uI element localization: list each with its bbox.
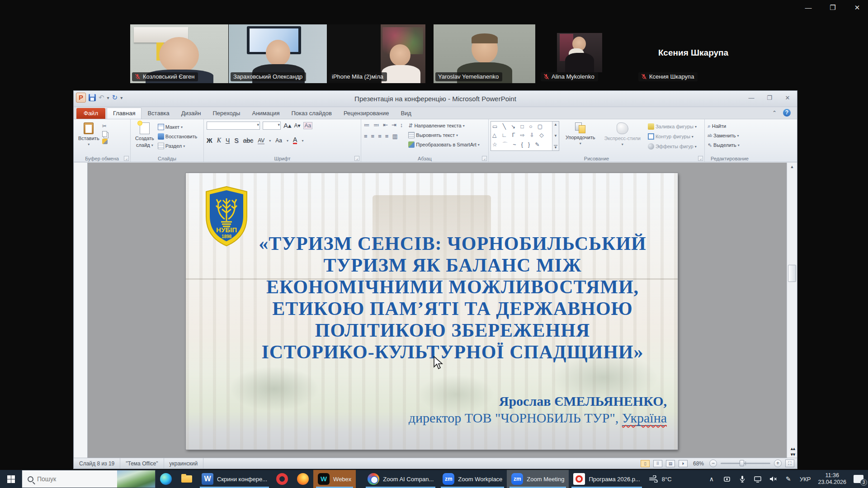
font-size-select[interactable] — [263, 122, 281, 130]
character-spacing-button[interactable]: AV — [258, 137, 264, 144]
microphone-icon[interactable] — [738, 475, 746, 483]
align-center-icon[interactable]: ≡ — [371, 133, 375, 140]
slide-title-textbox[interactable]: «ТУРИЗМ СЕНСІВ: ЧОРНОБИЛЬСЬКИЙ ТУРИЗМ ЯК… — [240, 233, 665, 363]
shrink-font-button[interactable]: A▾ — [294, 122, 301, 129]
tab-insert[interactable]: Вставка — [142, 108, 175, 119]
columns-icon[interactable]: ▥ — [392, 133, 397, 140]
section-button[interactable]: Раздел▾ — [157, 142, 198, 150]
participant-tile[interactable]: Козловський Євген — [130, 24, 228, 83]
tab-animations[interactable]: Анимация — [246, 108, 285, 119]
strikethrough-button[interactable]: abc — [243, 137, 254, 144]
copy-icon[interactable] — [102, 131, 107, 137]
new-slide-button[interactable]: Создать слайд▾ — [132, 121, 157, 152]
underline-button[interactable]: Ч — [226, 137, 230, 144]
minimize-icon[interactable]: — — [745, 94, 757, 103]
dialog-launcher-icon[interactable]: ⌟ — [482, 156, 487, 161]
align-left-icon[interactable]: ≡ — [364, 133, 368, 140]
select-button[interactable]: ⇖Выделить▾ — [707, 141, 753, 149]
layout-button[interactable]: Макет▾ — [157, 123, 198, 131]
normal-view-button[interactable]: ▯ — [641, 460, 650, 467]
text-shadow-button[interactable]: S — [234, 137, 238, 144]
search-input[interactable] — [37, 475, 105, 483]
taskbar-zoom-meeting[interactable]: zm Zoom Meeting — [507, 470, 569, 488]
shapes-gallery[interactable]: ▭ ╲ ↘ □ ○ ▢ △ ∟ Г ⇨ ⇩ ◇ ☆ ⌒ ~ { } ✎ ▲ ▼ … — [491, 121, 559, 151]
taskbar-opera[interactable] — [272, 470, 292, 488]
format-painter-icon[interactable] — [102, 139, 108, 144]
numbering-icon[interactable]: ≕ — [373, 122, 379, 128]
slides-pane-collapsed[interactable] — [74, 163, 88, 458]
change-case-button[interactable]: Aa — [275, 137, 282, 144]
close-icon[interactable]: ✕ — [851, 4, 863, 12]
participant-tile-active-speaker[interactable]: Yaroslav Yemelianenko — [434, 24, 535, 83]
screen-record-icon[interactable] — [723, 475, 731, 483]
replace-button[interactable]: abЗаменить▾ — [707, 132, 753, 139]
help-icon[interactable]: ? — [783, 109, 791, 117]
start-button[interactable] — [0, 470, 22, 488]
zoom-level[interactable]: 68% — [693, 460, 704, 467]
tab-file[interactable]: Файл — [76, 108, 105, 119]
theme-indicator[interactable]: "Тема Office" — [120, 458, 164, 469]
dialog-launcher-icon[interactable]: ⌟ — [698, 156, 703, 161]
italic-button[interactable]: К — [217, 137, 221, 144]
participant-tile[interactable] — [557, 33, 602, 72]
minimize-icon[interactable]: — — [802, 4, 815, 12]
taskbar-pdf-document[interactable]: Програма 2026.р... — [569, 470, 644, 488]
zoom-out-button[interactable]: − — [709, 460, 717, 467]
dialog-launcher-icon[interactable]: ⌟ — [124, 156, 129, 161]
outdent-icon[interactable]: ⇤ — [383, 122, 388, 128]
gallery-down-icon[interactable]: ▼ — [554, 134, 557, 138]
find-button[interactable]: ⌕Найти — [707, 122, 753, 130]
slide-canvas[interactable]: НУБІП 1898 «ТУРИЗМ СЕНСІВ: ЧОРНОБИЛЬСЬКИ… — [186, 173, 678, 450]
tab-design[interactable]: Дизайн — [175, 108, 207, 119]
taskbar-zoom-workplace[interactable]: zm Zoom Workplace — [438, 470, 507, 488]
shape-outline-button[interactable]: Контур фигуры▾ — [647, 133, 698, 140]
shape-fill-button[interactable]: Заливка фигуры▾ — [647, 123, 698, 130]
taskbar-zoom-ai-companion[interactable]: Zoom AI Compan... — [363, 470, 438, 488]
close-icon[interactable]: ✕ — [782, 94, 793, 103]
search-highlight-image[interactable] — [117, 470, 155, 488]
quick-styles-button[interactable]: Экспресс-стили ▾ — [601, 121, 643, 152]
cut-icon[interactable]: ✂ — [102, 123, 108, 129]
slideshow-button[interactable]: ⏵ — [679, 460, 688, 467]
weather-widget[interactable]: 8°C — [645, 470, 676, 488]
tab-transitions[interactable]: Переходы — [207, 108, 246, 119]
zoom-in-button[interactable]: + — [774, 460, 782, 467]
fit-to-window-button[interactable]: ⛶ — [785, 460, 794, 467]
bullets-icon[interactable]: ≔ — [364, 122, 370, 128]
taskbar-file-explorer[interactable] — [176, 470, 197, 488]
language-indicator[interactable]: украинский — [164, 458, 204, 469]
pen-icon[interactable]: ✎ — [784, 475, 793, 483]
reading-view-button[interactable]: ▤ — [666, 460, 675, 467]
participant-tile[interactable]: Зараховський Олександр — [229, 24, 327, 83]
previous-slide-button[interactable]: ▲▲ — [790, 448, 794, 450]
line-spacing-icon[interactable]: ↕ — [400, 122, 403, 128]
text-direction-button[interactable]: ⇵Направление текста▾ — [407, 122, 480, 129]
search-box[interactable] — [22, 470, 156, 488]
hidden-icons-chevron[interactable]: ∧ — [708, 475, 716, 483]
convert-smartart-button[interactable]: Преобразовать в SmartArt▾ — [407, 141, 480, 148]
next-slide-button[interactable]: ▼▼ — [790, 454, 794, 456]
shape-effects-button[interactable]: Эффекты фигур▾ — [647, 143, 698, 150]
restore-icon[interactable]: ❐ — [764, 94, 775, 103]
clock[interactable]: 11:36 23.04.2026 — [818, 472, 846, 486]
slide-sorter-button[interactable]: ⠿ — [653, 460, 662, 467]
font-name-select[interactable] — [207, 122, 260, 130]
zoom-slider-thumb[interactable] — [740, 460, 744, 466]
align-justify-icon[interactable]: ≡ — [385, 133, 389, 140]
arrange-button[interactable]: Упорядочить ▾ — [563, 121, 598, 152]
reset-button[interactable]: Восстановить — [157, 133, 198, 140]
collapse-ribbon-icon[interactable]: ⌃ — [772, 110, 777, 116]
grow-font-button[interactable]: A▴ — [283, 122, 292, 130]
align-text-button[interactable]: Выровнять текст▾ — [407, 131, 480, 139]
display-network-icon[interactable] — [754, 475, 762, 483]
participant-tile[interactable]: iPhone Mila (2)міла — [327, 24, 425, 83]
font-color-button[interactable]: А — [293, 137, 297, 144]
tab-review[interactable]: Рецензирование — [338, 108, 395, 119]
taskbar-firefox[interactable] — [292, 470, 313, 488]
indent-icon[interactable]: ⇥ — [392, 122, 396, 128]
paste-button[interactable]: Вставить ▾ — [75, 121, 102, 152]
slide-counter[interactable]: Слайд 8 из 19 — [74, 458, 120, 469]
volume-muted-icon[interactable] — [769, 475, 777, 483]
slide-author-textbox[interactable]: Ярослав ЄМЕЛЬЯНЕНКО, директор ТОВ "ЧОРНО… — [409, 393, 667, 426]
language-indicator[interactable]: УКР — [800, 476, 811, 483]
